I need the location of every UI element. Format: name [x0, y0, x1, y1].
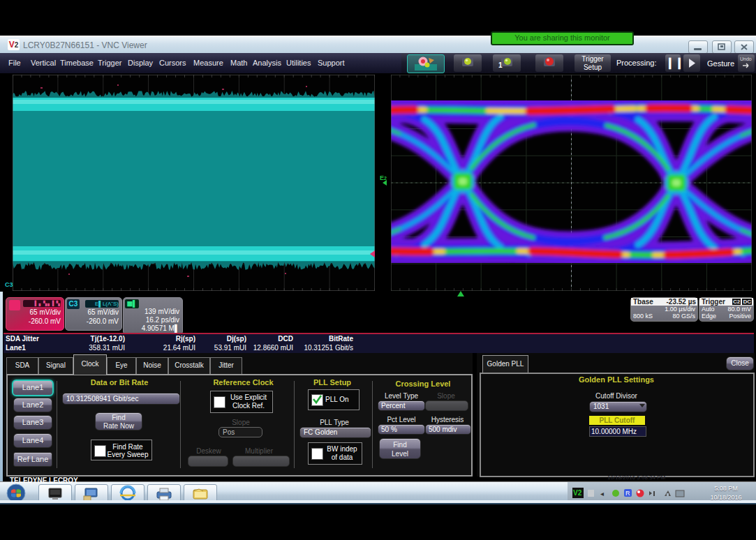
svg-text:1: 1	[498, 61, 503, 69]
svg-text:◂: ◂	[600, 490, 604, 497]
svg-text:V2: V2	[573, 489, 582, 497]
svg-text:Undo: Undo	[740, 57, 752, 61]
svg-text:R: R	[625, 490, 630, 497]
